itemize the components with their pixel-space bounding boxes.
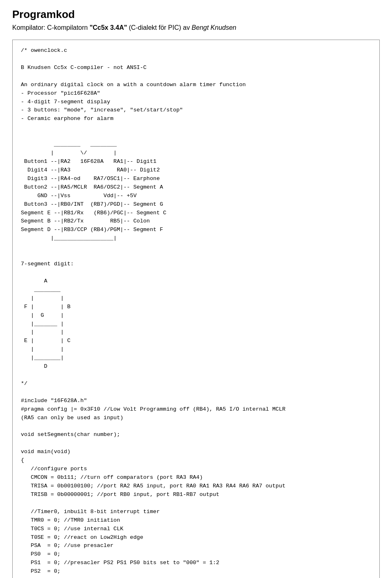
subtitle-bold: "Cc5x 3.4A" — [89, 24, 127, 31]
page-title: Programkod — [12, 8, 380, 21]
page-subtitle: Kompilator: C-kompilatorn "Cc5x 3.4A" (C… — [12, 24, 380, 31]
subtitle-suffix: (C-dialekt för PIC) av — [127, 24, 192, 31]
subtitle-italic: Bengt Knudsen — [192, 24, 236, 31]
code-block: /* owenclock.c B Knudsen Cc5x C-compiler… — [12, 40, 380, 578]
subtitle-prefix: Kompilator: C-kompilatorn — [12, 24, 89, 31]
